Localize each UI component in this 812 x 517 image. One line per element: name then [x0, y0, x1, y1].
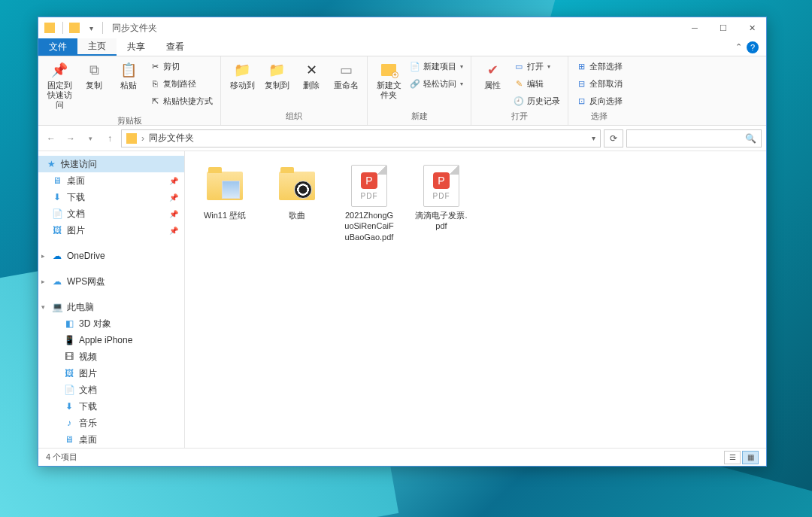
search-box[interactable]: 🔍 — [626, 129, 762, 147]
documents-icon: 📄 — [64, 385, 74, 395]
sidebar-item-pictures[interactable]: 🖼图片📌 — [38, 222, 184, 239]
music-icon: ♪ — [64, 418, 74, 428]
pin-icon: 📌 — [169, 227, 178, 235]
sidebar-item-videos[interactable]: 🎞视频 — [38, 348, 184, 365]
downloads-icon: ⬇ — [64, 401, 74, 412]
icons-view-button[interactable]: ▦ — [742, 451, 759, 464]
easyaccess-icon: 🔗 — [410, 78, 420, 89]
refresh-button[interactable]: ⟳ — [604, 129, 623, 147]
chevron-right-icon[interactable]: ▸ — [41, 252, 45, 260]
tab-home[interactable]: 主页 — [77, 38, 117, 56]
file-item-pdf[interactable]: PPDF 滴滴电子发票.pdf — [412, 162, 471, 245]
rename-button[interactable]: ▭ 重命名 — [329, 58, 362, 93]
ribbon: 📌 固定到快速访问 ⧉ 复制 📋 粘贴 ✂剪切 ⎘复制路径 ⇱粘贴快捷方式 剪贴… — [38, 56, 766, 126]
properties-icon: ✔ — [483, 61, 501, 79]
copy-path-button[interactable]: ⎘复制路径 — [147, 75, 216, 92]
group-label: 打开 — [476, 109, 563, 123]
file-item-folder[interactable]: 歌曲 — [268, 162, 326, 245]
file-item-folder[interactable]: Win11 壁纸 — [195, 162, 254, 245]
move-to-button[interactable]: 📁 移动到 — [226, 58, 259, 93]
sidebar-item-downloads2[interactable]: ⬇下载 — [38, 398, 184, 415]
cube-icon: ◧ — [64, 318, 74, 329]
history-button[interactable]: 🕘历史记录 — [511, 93, 563, 109]
pin-quickaccess-button[interactable]: 📌 固定到快速访问 — [43, 58, 76, 114]
folder-icon — [44, 23, 55, 33]
ribbon-group-open: ✔ 属性 ▭打开▾ ✎编辑 🕘历史记录 打开 — [471, 56, 568, 125]
copy-button[interactable]: ⧉ 复制 — [77, 58, 111, 93]
folder-icon — [276, 165, 318, 207]
maximize-button[interactable]: ☐ — [709, 17, 738, 38]
select-none-button[interactable]: ⊟全部取消 — [573, 75, 626, 92]
sidebar-onedrive[interactable]: ▸☁OneDrive — [38, 248, 184, 264]
video-icon: 🎞 — [64, 351, 74, 362]
qat-properties-icon[interactable] — [69, 23, 80, 33]
open-button[interactable]: ▭打开▾ — [511, 58, 563, 75]
selectall-icon: ⊞ — [576, 61, 586, 71]
invert-selection-button[interactable]: ⊡反向选择 — [573, 93, 626, 109]
easy-access-button[interactable]: 🔗轻松访问▾ — [407, 75, 466, 92]
computer-icon: 💻 — [52, 302, 62, 312]
new-folder-button[interactable]: ✦ 新建文件夹 — [372, 58, 405, 103]
sidebar-wps[interactable]: ▸☁WPS网盘 — [38, 273, 184, 290]
delete-button[interactable]: ✕ 删除 — [295, 58, 328, 93]
back-button[interactable]: ← — [43, 130, 59, 147]
sidebar-quickaccess[interactable]: ★ 快速访问 — [38, 156, 184, 172]
close-button[interactable]: ✕ — [738, 17, 766, 38]
up-button[interactable]: ↑ — [102, 130, 118, 147]
copypath-icon: ⎘ — [150, 78, 160, 89]
copy-to-button[interactable]: 📁 复制到 — [260, 58, 293, 93]
group-label: 新建 — [372, 109, 466, 123]
navigation-pane: ★ 快速访问 🖥桌面📌 ⬇下载📌 📄文档📌 🖼图片📌 ▸☁OneDrive ▸☁… — [38, 151, 185, 448]
sidebar-thispc[interactable]: ▾💻此电脑 — [38, 299, 184, 315]
separator — [102, 22, 103, 34]
group-label: 组织 — [226, 109, 362, 123]
cut-icon: ✂ — [150, 61, 160, 71]
invert-icon: ⊡ — [576, 96, 586, 106]
qat-dropdown-icon[interactable]: ▾ — [86, 23, 96, 33]
minimize-button[interactable]: ─ — [680, 17, 709, 38]
desktop-icon: 🖥 — [52, 175, 62, 186]
cut-button[interactable]: ✂剪切 — [147, 58, 216, 75]
tab-file[interactable]: 文件 — [38, 38, 77, 56]
sidebar-item-iphone[interactable]: 📱Apple iPhone — [38, 332, 184, 348]
chevron-down-icon[interactable]: ▾ — [592, 134, 595, 142]
pin-icon: 📌 — [169, 210, 178, 218]
search-icon[interactable]: 🔍 — [745, 133, 756, 144]
file-item-pdf[interactable]: PPDF 2021ZhongGuoSiRenCaiFuBaoGao.pdf — [340, 162, 398, 245]
search-input[interactable] — [632, 133, 745, 144]
paste-shortcut-button[interactable]: ⇱粘贴快捷方式 — [147, 93, 216, 109]
open-icon: ▭ — [514, 61, 524, 71]
address-bar[interactable]: › 同步文件夹 ▾ — [121, 129, 601, 147]
chevron-right-icon[interactable]: ▸ — [41, 278, 45, 285]
chevron-down-icon[interactable]: ▾ — [41, 303, 45, 311]
help-icon[interactable]: ? — [747, 41, 759, 53]
pictures-icon: 🖼 — [64, 368, 74, 379]
recent-dropdown[interactable]: ▾ — [82, 130, 98, 147]
sidebar-item-desktop2[interactable]: 🖥桌面 — [38, 431, 184, 448]
collapse-ribbon-icon[interactable]: ⌃ — [735, 42, 742, 52]
file-label: 滴滴电子发票.pdf — [415, 210, 468, 232]
properties-button[interactable]: ✔ 属性 — [476, 58, 509, 93]
sidebar-item-3d[interactable]: ◧3D 对象 — [38, 315, 184, 332]
forward-button[interactable]: → — [62, 130, 79, 147]
ribbon-group-clipboard: 📌 固定到快速访问 ⧉ 复制 📋 粘贴 ✂剪切 ⎘复制路径 ⇱粘贴快捷方式 剪贴… — [38, 56, 221, 125]
paste-button[interactable]: 📋 粘贴 — [112, 58, 145, 93]
tab-share[interactable]: 共享 — [117, 38, 156, 56]
sidebar-item-pictures2[interactable]: 🖼图片 — [38, 365, 184, 382]
edit-icon: ✎ — [514, 78, 524, 89]
sidebar-item-desktop[interactable]: 🖥桌面📌 — [38, 172, 184, 189]
ribbon-tabs: 文件 主页 共享 查看 ⌃ ? — [38, 38, 766, 56]
edit-button[interactable]: ✎编辑 — [511, 75, 563, 92]
tab-view[interactable]: 查看 — [156, 38, 195, 56]
breadcrumb[interactable]: 同步文件夹 — [149, 132, 194, 144]
sidebar-item-documents[interactable]: 📄文档📌 — [38, 205, 184, 222]
sidebar-item-documents2[interactable]: 📄文档 — [38, 382, 184, 398]
rename-icon: ▭ — [337, 61, 355, 79]
sidebar-item-music[interactable]: ♪音乐 — [38, 415, 184, 431]
sidebar-item-downloads[interactable]: ⬇下载📌 — [38, 189, 184, 205]
select-all-button[interactable]: ⊞全部选择 — [573, 58, 626, 75]
new-item-button[interactable]: 📄新建项目▾ — [407, 58, 466, 75]
file-label: 歌曲 — [289, 210, 305, 220]
details-view-button[interactable]: ☰ — [724, 451, 741, 464]
file-list[interactable]: Win11 壁纸 歌曲 PPDF 2021ZhongGuoSiRenCaiFuB… — [185, 151, 766, 448]
